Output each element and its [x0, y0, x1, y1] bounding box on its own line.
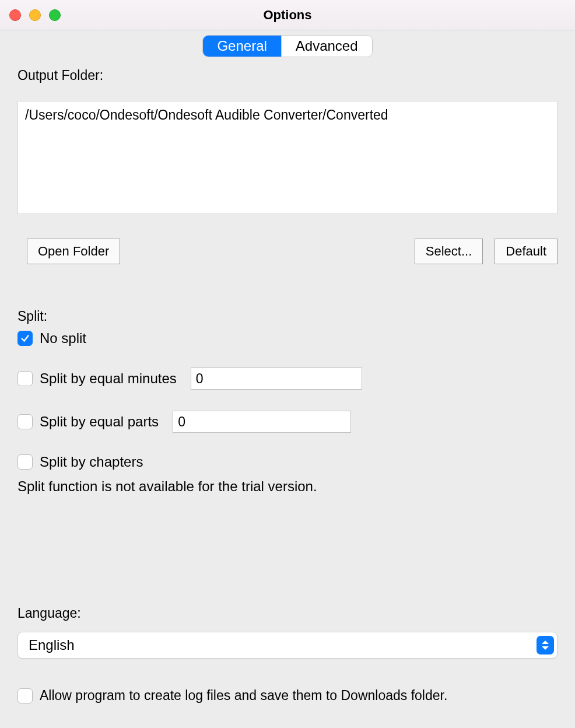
- maximize-icon[interactable]: [49, 9, 61, 21]
- output-folder-path[interactable]: [17, 101, 558, 214]
- window-controls: [9, 9, 61, 21]
- open-folder-button[interactable]: Open Folder: [27, 239, 120, 264]
- language-select[interactable]: English: [17, 632, 558, 659]
- default-folder-button[interactable]: Default: [495, 239, 558, 264]
- split-trial-note: Split function is not available for the …: [17, 478, 558, 495]
- select-folder-button[interactable]: Select...: [415, 239, 483, 264]
- tab-switcher: General Advanced: [202, 35, 372, 57]
- allow-log-checkbox[interactable]: [17, 688, 33, 704]
- tab-advanced[interactable]: Advanced: [281, 36, 372, 57]
- split-label: Split:: [17, 309, 558, 324]
- split-minutes-input[interactable]: [191, 368, 362, 390]
- output-folder-label: Output Folder:: [17, 68, 558, 83]
- language-label: Language:: [17, 606, 558, 621]
- no-split-label[interactable]: No split: [40, 330, 86, 346]
- output-folder-buttons: Open Folder Select... Default: [17, 239, 558, 264]
- tab-general[interactable]: General: [203, 36, 281, 57]
- close-icon[interactable]: [9, 9, 21, 21]
- split-by-parts-checkbox[interactable]: [17, 414, 33, 429]
- allow-log-label[interactable]: Allow program to create log files and sa…: [40, 688, 447, 704]
- no-split-checkbox[interactable]: [17, 331, 33, 346]
- window-title: Options: [0, 8, 575, 23]
- check-icon: [20, 333, 30, 344]
- minimize-icon[interactable]: [29, 9, 41, 21]
- titlebar: Options: [0, 0, 575, 30]
- split-by-minutes-checkbox[interactable]: [17, 371, 33, 386]
- split-by-parts-label[interactable]: Split by equal parts: [40, 414, 159, 430]
- split-by-chapters-checkbox[interactable]: [17, 454, 33, 470]
- language-select-wrap: English: [17, 632, 558, 659]
- split-by-minutes-label[interactable]: Split by equal minutes: [40, 370, 177, 387]
- language-selected: English: [29, 637, 75, 653]
- split-by-chapters-label[interactable]: Split by chapters: [40, 454, 143, 470]
- split-parts-input[interactable]: [173, 411, 351, 433]
